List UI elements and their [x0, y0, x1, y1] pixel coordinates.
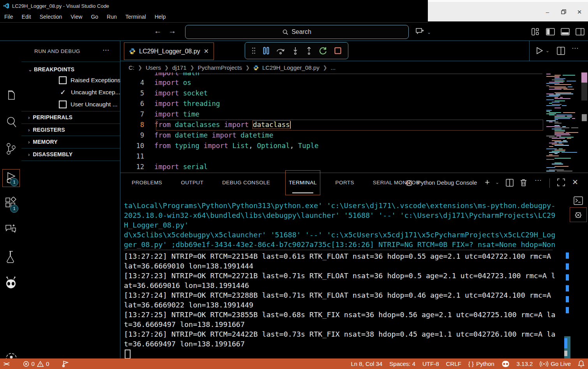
debugpy-flag-icon[interactable] [58, 360, 73, 367]
robot-icon[interactable] [5, 276, 17, 290]
divider [549, 178, 550, 188]
code-line[interactable]: 9from datetime import datetime [120, 130, 546, 141]
menu-run[interactable]: Run [102, 12, 121, 22]
breadcrumb-item[interactable]: C: [129, 64, 134, 71]
minimize-button[interactable]: – [540, 3, 555, 21]
testing-icon[interactable] [6, 251, 16, 263]
code-line[interactable]: import math [120, 72, 546, 78]
code-line[interactable]: 11 [120, 151, 546, 162]
split-terminal-icon[interactable] [506, 179, 514, 187]
split-editor-icon[interactable] [557, 47, 565, 55]
sidebar-section-memory[interactable]: › MEMORY [28, 136, 58, 148]
remote-indicator-icon[interactable]: >< [0, 360, 12, 367]
eol-status[interactable]: CRLF [443, 360, 465, 367]
panel-more-actions-icon[interactable]: ··· [535, 176, 542, 184]
breadcrumb-item[interactable]: PycharmProjects [198, 64, 242, 71]
copilot-chat-icon[interactable] [415, 27, 426, 36]
checkbox-unchecked-icon[interactable] [59, 76, 67, 84]
run-dropdown-chevron-icon[interactable]: ⌄ [546, 48, 549, 53]
forward-arrow-button[interactable]: → [168, 26, 176, 35]
chat-view-icon[interactable] [5, 223, 17, 235]
code-line[interactable]: 4import os [120, 78, 546, 88]
breadcrumb-item[interactable]: Users [146, 64, 161, 71]
terminal-line: [13:27:23] NTRIP=OK RTCM=22721B last=0.7… [124, 271, 555, 281]
checkbox-unchecked-icon[interactable] [59, 101, 67, 108]
panel-tab-ports[interactable]: PORTS [335, 173, 355, 192]
minimap-line [556, 115, 572, 115]
menu-file[interactable]: File [0, 12, 18, 22]
breadcrumb-item[interactable]: LC29H_Logger_08.py [262, 64, 320, 71]
sidebar-section-peripherals[interactable]: › PERIPHERALS [28, 111, 72, 124]
scrollbar-mark [566, 274, 569, 281]
step-out-icon[interactable] [306, 47, 312, 55]
restart-icon[interactable] [319, 47, 327, 55]
cursor-position-status[interactable]: Ln 8, Col 34 [347, 360, 386, 367]
customize-layout-icon[interactable] [531, 28, 540, 35]
pause-icon[interactable] [263, 47, 269, 55]
breakpoint-item[interactable]: User Uncaught ... [59, 98, 118, 110]
menu-selection[interactable]: Selection [35, 12, 67, 22]
step-into-icon[interactable] [292, 47, 298, 55]
kill-terminal-trash-icon[interactable] [520, 178, 527, 187]
maximize-panel-icon[interactable] [557, 178, 565, 186]
panel-tab-problems[interactable]: PROBLEMS [131, 173, 163, 192]
sidebar-section-registers[interactable]: › REGISTERS [28, 124, 65, 136]
terminal-tab-debug-console[interactable] [570, 207, 587, 222]
panel-tab-debug-console[interactable]: DEBUG CONSOLE [221, 173, 271, 192]
code-line[interactable]: 12import serial [120, 162, 546, 172]
run-python-file-icon[interactable] [535, 46, 544, 55]
encoding-status[interactable]: UTF-8 [419, 360, 443, 367]
menu-help[interactable]: Help [150, 12, 170, 22]
menu-terminal[interactable]: Terminal [121, 12, 150, 22]
search-input[interactable]: Search [185, 25, 409, 39]
code-line[interactable]: 10from typing import List, Optional, Tup… [120, 141, 546, 151]
views-more-actions-icon[interactable]: ⋯ [102, 46, 109, 54]
panel-tab-output[interactable]: OUTPUT [180, 173, 204, 192]
editor-more-actions-icon[interactable]: ··· [572, 44, 579, 52]
toolbar-drag-grip[interactable] [252, 47, 256, 54]
minimap[interactable] [546, 72, 580, 173]
language-mode-status[interactable]: { } Python [465, 360, 498, 367]
python-version-status[interactable]: 3.13.2 [513, 360, 537, 367]
editor-scrollbar[interactable] [581, 72, 588, 173]
close-window-button[interactable]: ✕ [572, 3, 587, 21]
code-line[interactable]: 7import time [120, 109, 546, 120]
tab-close-icon[interactable]: ✕ [204, 48, 209, 55]
menu-go[interactable]: Go [87, 12, 102, 22]
stop-icon[interactable] [334, 47, 341, 54]
go-live-status[interactable]: Go Live [536, 360, 574, 367]
breadcrumb-item[interactable]: dj171 [172, 64, 187, 71]
breakpoint-item[interactable]: ✓Uncaught Excep... [59, 86, 120, 98]
checkbox-checked-icon[interactable]: ✓ [59, 88, 67, 97]
menu-edit[interactable]: Edit [18, 12, 35, 22]
new-terminal-icon[interactable]: + [485, 177, 490, 187]
breakpoint-item[interactable]: Raised Exceptions [59, 74, 120, 86]
code-line[interactable]: 6import threading [120, 99, 546, 109]
notifications-bell-icon[interactable] [574, 360, 588, 367]
toggle-panel-icon[interactable] [561, 28, 570, 35]
code-line[interactable]: 5import socket [120, 88, 546, 99]
back-arrow-button[interactable]: ← [154, 26, 162, 35]
terminal-instance-label[interactable]: Python Debug Console [417, 173, 477, 192]
terminal-profile-chevron-icon[interactable]: ⌄ [495, 180, 499, 185]
restore-button[interactable] [556, 3, 571, 14]
step-over-icon[interactable] [276, 47, 285, 55]
toggle-secondary-sidebar-icon[interactable] [576, 28, 584, 35]
toggle-sidebar-icon[interactable] [546, 28, 555, 35]
python-env-robot-icon[interactable] [498, 360, 513, 367]
minimap-line [554, 78, 565, 79]
problems-status[interactable]: 0 0 [19, 360, 53, 367]
terminal-tab-powershell[interactable] [571, 195, 585, 207]
minimap-line [546, 120, 556, 121]
search-view-icon[interactable] [5, 116, 17, 129]
explorer-icon[interactable] [5, 90, 16, 101]
chevron-down-icon[interactable]: ⌄ [427, 30, 431, 35]
close-panel-icon[interactable]: ✕ [572, 178, 578, 187]
breadcrumb-item[interactable]: ... [331, 64, 336, 71]
menu-view[interactable]: View [66, 12, 87, 22]
editor-tab[interactable]: LC29H_Logger_08.py ✕ [124, 42, 214, 60]
source-control-icon[interactable] [5, 142, 16, 155]
sidebar-section-disassembly[interactable]: › DISASSEMBLY [28, 148, 72, 161]
indentation-status[interactable]: Spaces: 4 [386, 360, 419, 367]
panel-tab-terminal[interactable]: TERMINAL [288, 173, 317, 192]
